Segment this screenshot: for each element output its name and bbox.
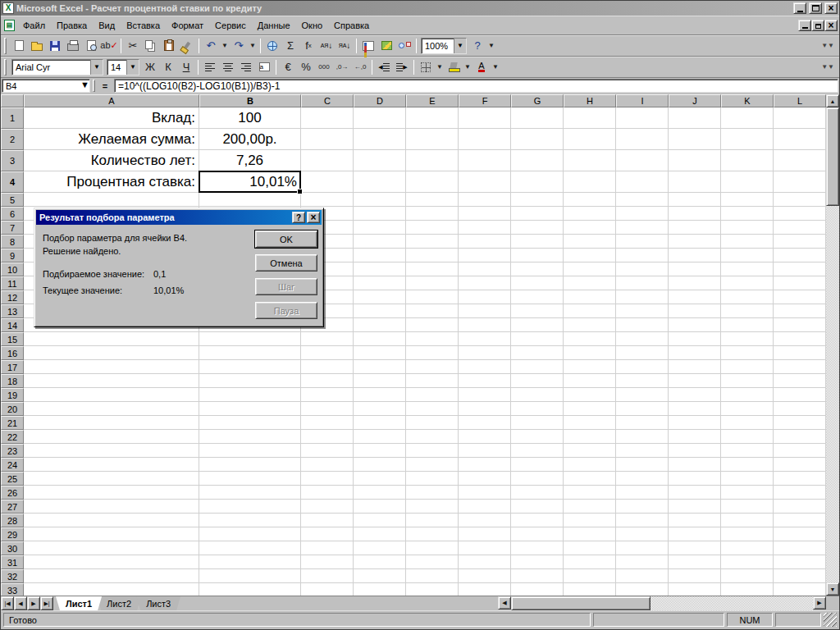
cell-G30[interactable] bbox=[511, 541, 564, 555]
cell-E12[interactable] bbox=[406, 290, 459, 304]
chevron-down-icon[interactable]: ▼ bbox=[90, 60, 103, 75]
cell-F5[interactable] bbox=[459, 193, 511, 207]
row-header-5[interactable]: 5 bbox=[1, 193, 24, 207]
cell-F30[interactable] bbox=[459, 541, 511, 555]
cell-B29[interactable] bbox=[199, 527, 301, 541]
cell-I10[interactable] bbox=[616, 262, 669, 276]
cell-L20[interactable] bbox=[774, 402, 826, 416]
cell-F14[interactable] bbox=[459, 318, 511, 332]
cell-K12[interactable] bbox=[721, 290, 774, 304]
cell-I26[interactable] bbox=[616, 486, 669, 500]
cell-J15[interactable] bbox=[669, 332, 721, 346]
cell-B22[interactable] bbox=[199, 430, 301, 444]
cell-F21[interactable] bbox=[459, 416, 511, 430]
menu-item[interactable]: Сервис bbox=[209, 17, 252, 34]
cell-D31[interactable] bbox=[354, 555, 406, 569]
fill-dropdown-button[interactable]: ▼ bbox=[463, 58, 472, 76]
cell-C16[interactable] bbox=[301, 346, 354, 360]
cell-F9[interactable] bbox=[459, 249, 511, 262]
cell-G8[interactable] bbox=[511, 235, 564, 249]
print-preview-button[interactable] bbox=[82, 37, 100, 55]
dialog-help-button[interactable]: ? bbox=[292, 212, 305, 223]
dialog-close-button[interactable]: × bbox=[307, 212, 320, 223]
cell-K31[interactable] bbox=[721, 555, 774, 569]
cell-L7[interactable] bbox=[774, 221, 826, 235]
cell-J20[interactable] bbox=[669, 402, 721, 416]
cell-B19[interactable] bbox=[199, 388, 301, 402]
align-left-button[interactable] bbox=[201, 58, 219, 76]
bold-button[interactable]: Ж bbox=[141, 58, 159, 76]
cell-L32[interactable] bbox=[774, 569, 826, 583]
cell-D2[interactable] bbox=[354, 129, 406, 150]
font-dropdown-button[interactable]: ▼ bbox=[491, 58, 500, 76]
horizontal-scrollbar[interactable]: ◀ ▶ bbox=[498, 596, 826, 610]
cell-H15[interactable] bbox=[564, 332, 616, 346]
cell-D3[interactable] bbox=[354, 150, 406, 171]
cell-B23[interactable] bbox=[199, 444, 301, 458]
cell-C29[interactable] bbox=[301, 527, 354, 541]
cell-B21[interactable] bbox=[199, 416, 301, 430]
cell-H9[interactable] bbox=[564, 249, 616, 262]
chevron-down-icon[interactable]: ▼ bbox=[126, 60, 139, 75]
cell-E13[interactable] bbox=[406, 304, 459, 318]
cell-J29[interactable] bbox=[669, 527, 721, 541]
cell-A20[interactable] bbox=[24, 402, 199, 416]
cell-F10[interactable] bbox=[459, 262, 511, 276]
row-header-14[interactable]: 14 bbox=[1, 318, 24, 332]
cell-G7[interactable] bbox=[511, 221, 564, 235]
cell-E22[interactable] bbox=[406, 430, 459, 444]
cell-G21[interactable] bbox=[511, 416, 564, 430]
cell-E26[interactable] bbox=[406, 486, 459, 500]
cell-E15[interactable] bbox=[406, 332, 459, 346]
cell-G10[interactable] bbox=[511, 262, 564, 276]
column-header-G[interactable]: G bbox=[511, 94, 564, 107]
cell-G29[interactable] bbox=[511, 527, 564, 541]
cell-G14[interactable] bbox=[511, 318, 564, 332]
cell-D18[interactable] bbox=[354, 374, 406, 388]
cell-C4[interactable] bbox=[301, 171, 354, 193]
cell-E25[interactable] bbox=[406, 472, 459, 486]
column-header-E[interactable]: E bbox=[406, 94, 459, 107]
chart-wizard-button[interactable] bbox=[359, 37, 377, 55]
cell-L26[interactable] bbox=[774, 486, 826, 500]
cell-K17[interactable] bbox=[721, 360, 774, 374]
cell-H5[interactable] bbox=[564, 193, 616, 207]
cell-H6[interactable] bbox=[564, 207, 616, 221]
cell-A32[interactable] bbox=[24, 569, 199, 583]
cell-H12[interactable] bbox=[564, 290, 616, 304]
row-header-27[interactable]: 27 bbox=[1, 500, 24, 514]
cell-J25[interactable] bbox=[669, 472, 721, 486]
row-header-28[interactable]: 28 bbox=[1, 514, 24, 527]
cell-K2[interactable] bbox=[721, 129, 774, 150]
cell-F6[interactable] bbox=[459, 207, 511, 221]
formula-input[interactable]: =10^((LOG10(B2)-LOG10(B1))/B3)-1 bbox=[114, 79, 838, 93]
cell-J24[interactable] bbox=[669, 458, 721, 472]
cell-L30[interactable] bbox=[774, 541, 826, 555]
cell-B4[interactable]: 10,01% bbox=[199, 171, 301, 193]
row-header-25[interactable]: 25 bbox=[1, 472, 24, 486]
cell-K28[interactable] bbox=[721, 514, 774, 527]
cell-L27[interactable] bbox=[774, 500, 826, 514]
cell-A33[interactable] bbox=[24, 583, 199, 596]
cell-K7[interactable] bbox=[721, 221, 774, 235]
cell-J3[interactable] bbox=[669, 150, 721, 171]
cell-A16[interactable] bbox=[24, 346, 199, 360]
cell-E16[interactable] bbox=[406, 346, 459, 360]
cell-L9[interactable] bbox=[774, 249, 826, 262]
cell-F27[interactable] bbox=[459, 500, 511, 514]
cell-I2[interactable] bbox=[616, 129, 669, 150]
cell-I15[interactable] bbox=[616, 332, 669, 346]
row-header-24[interactable]: 24 bbox=[1, 458, 24, 472]
cell-I28[interactable] bbox=[616, 514, 669, 527]
cell-K33[interactable] bbox=[721, 583, 774, 596]
cell-G24[interactable] bbox=[511, 458, 564, 472]
cell-F31[interactable] bbox=[459, 555, 511, 569]
cell-J26[interactable] bbox=[669, 486, 721, 500]
row-header-4[interactable]: 4 bbox=[1, 171, 24, 193]
borders-dropdown-button[interactable]: ▼ bbox=[435, 58, 445, 76]
sheet-tab[interactable]: Лист1 bbox=[56, 596, 102, 610]
insert-hyperlink-button[interactable] bbox=[263, 37, 281, 55]
cell-B18[interactable] bbox=[199, 374, 301, 388]
cell-D30[interactable] bbox=[354, 541, 406, 555]
cell-C27[interactable] bbox=[301, 500, 354, 514]
